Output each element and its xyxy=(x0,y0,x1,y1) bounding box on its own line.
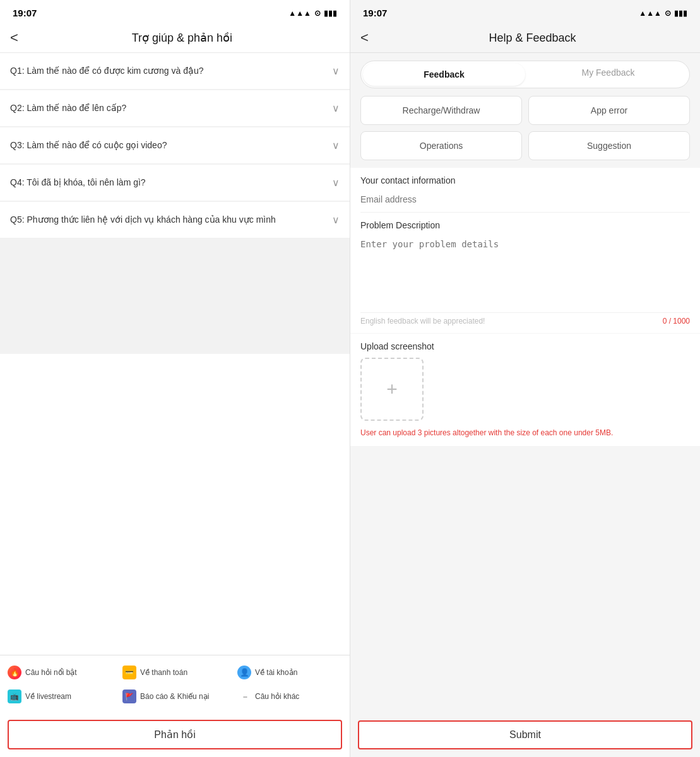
upload-note: User can upload 3 pictures altogether wi… xyxy=(360,427,690,438)
tab-my-feedback[interactable]: My Feedback xyxy=(527,61,689,88)
battery-icon: ▮▮▮ xyxy=(324,9,337,18)
chevron-icon-2: ∨ xyxy=(332,102,340,114)
payment-icon: 💳 xyxy=(122,666,136,679)
category-suggestion[interactable]: Suggestion xyxy=(528,131,690,160)
char-hint: English feedback will be appreciated! xyxy=(360,317,485,326)
bottom-tab-bar: 🔥 Câu hỏi nổi bật 💳 Về thanh toán 👤 Về t… xyxy=(0,655,350,713)
feedback-tab-bar: Feedback My Feedback xyxy=(360,61,690,88)
right-status-time: 19:07 xyxy=(363,8,387,18)
feedback-form: Your contact information Problem Descrip… xyxy=(350,168,700,333)
right-nav-title: Help & Feedback xyxy=(375,32,690,45)
chevron-icon-5: ∨ xyxy=(332,214,340,226)
problem-textarea[interactable] xyxy=(360,234,690,310)
right-signal-icon: ▲▲▲ xyxy=(639,9,661,18)
tab-hot-label: Câu hỏi nổi bật xyxy=(25,668,77,677)
tab-live-label: Về livestream xyxy=(25,692,71,701)
faq-item-1[interactable]: Q1: Làm thế nào để có được kim cương và … xyxy=(0,53,350,90)
faq-item-4[interactable]: Q4: Tôi đã bị khóa, tôi nên làm gì? ∨ xyxy=(0,165,350,201)
tabs-grid: 🔥 Câu hỏi nổi bật 💳 Về thanh toán 👤 Về t… xyxy=(5,663,345,706)
tab-report-label: Báo cáo & Khiếu nại xyxy=(140,692,209,701)
faq-item-5[interactable]: Q5: Phương thức liên hệ với dịch vụ khác… xyxy=(0,202,350,238)
faq-text-3: Q3: Làm thế nào để có cuộc gọi video? xyxy=(10,139,326,152)
char-count: 0 / 1000 xyxy=(663,317,690,326)
feedback-action-button[interactable]: Phản hồi xyxy=(8,720,342,749)
upload-section: Upload screenshot + User can upload 3 pi… xyxy=(350,334,700,446)
right-battery-icon: ▮▮▮ xyxy=(674,9,687,18)
email-input[interactable] xyxy=(360,189,690,213)
tab-hot-questions[interactable]: 🔥 Câu hỏi nổi bật xyxy=(5,663,115,682)
chevron-icon-4: ∨ xyxy=(332,177,340,189)
submit-button[interactable]: Submit xyxy=(358,720,692,749)
tab-live[interactable]: 📺 Về livestream xyxy=(5,687,115,706)
report-icon: 🚩 xyxy=(122,690,136,703)
problem-label: Problem Description xyxy=(360,213,690,234)
upload-label: Upload screenshot xyxy=(360,341,690,351)
chevron-icon-1: ∨ xyxy=(332,65,340,77)
faq-item-2[interactable]: Q2: Làm thế nào để lên cấp? ∨ xyxy=(0,90,350,127)
plus-icon: + xyxy=(386,378,398,400)
left-nav-title: Trợ giúp & phản hồi xyxy=(25,31,340,45)
category-grid: Recharge/Withdraw App error Operations S… xyxy=(360,96,690,160)
other-icon: ··· xyxy=(237,690,251,703)
category-app-error[interactable]: App error xyxy=(528,96,690,125)
char-count-row: English feedback will be appreciated! 0 … xyxy=(360,312,690,333)
left-nav-bar: < Trợ giúp & phản hồi xyxy=(0,23,350,53)
faq-text-1: Q1: Làm thế nào để có được kim cương và … xyxy=(10,64,326,78)
fire-icon: 🔥 xyxy=(8,666,21,679)
upload-box[interactable]: + xyxy=(360,358,424,421)
category-operations[interactable]: Operations xyxy=(360,131,522,160)
left-status-time: 19:07 xyxy=(13,8,37,18)
right-nav-bar: < Help & Feedback xyxy=(350,23,700,53)
right-back-button[interactable]: < xyxy=(360,30,369,46)
faq-text-5: Q5: Phương thức liên hệ với dịch vụ khác… xyxy=(10,213,326,226)
tab-account[interactable]: 👤 Về tài khoản xyxy=(235,663,345,682)
left-status-icons: ▲▲▲ ⊙ ▮▮▮ xyxy=(288,9,337,18)
tab-feedback[interactable]: Feedback xyxy=(363,63,525,86)
faq-text-4: Q4: Tôi đã bị khóa, tôi nên làm gì? xyxy=(10,176,326,189)
right-phone-panel: 19:07 ▲▲▲ ⊙ ▮▮▮ < Help & Feedback Feedba… xyxy=(350,0,700,757)
chevron-icon-3: ∨ xyxy=(332,139,340,151)
right-wifi-icon: ⊙ xyxy=(665,9,671,18)
tab-payment-label: Về thanh toán xyxy=(140,668,187,677)
faq-list: Q1: Làm thế nào để có được kim cương và … xyxy=(0,53,350,354)
tab-other[interactable]: ··· Câu hỏi khác xyxy=(235,687,345,706)
left-status-bar: 19:07 ▲▲▲ ⊙ ▮▮▮ xyxy=(0,0,350,23)
category-recharge[interactable]: Recharge/Withdraw xyxy=(360,96,522,125)
tab-report[interactable]: 🚩 Báo cáo & Khiếu nại xyxy=(120,687,230,706)
left-back-button[interactable]: < xyxy=(10,30,18,46)
signal-icon: ▲▲▲ xyxy=(288,9,311,18)
account-icon: 👤 xyxy=(237,666,251,679)
left-phone-panel: 19:07 ▲▲▲ ⊙ ▮▮▮ < Trợ giúp & phản hồi Q1… xyxy=(0,0,350,757)
tab-other-label: Câu hỏi khác xyxy=(255,692,299,701)
tab-payment[interactable]: 💳 Về thanh toán xyxy=(120,663,230,682)
right-status-bar: 19:07 ▲▲▲ ⊙ ▮▮▮ xyxy=(350,0,700,23)
faq-text-2: Q2: Làm thế nào để lên cấp? xyxy=(10,102,326,115)
tab-account-label: Về tài khoản xyxy=(255,668,297,677)
contact-label: Your contact information xyxy=(360,168,690,189)
right-status-icons: ▲▲▲ ⊙ ▮▮▮ xyxy=(639,9,687,18)
live-icon: 📺 xyxy=(8,690,21,703)
wifi-icon: ⊙ xyxy=(314,9,321,18)
faq-item-3[interactable]: Q3: Làm thế nào để có cuộc gọi video? ∨ xyxy=(0,127,350,164)
